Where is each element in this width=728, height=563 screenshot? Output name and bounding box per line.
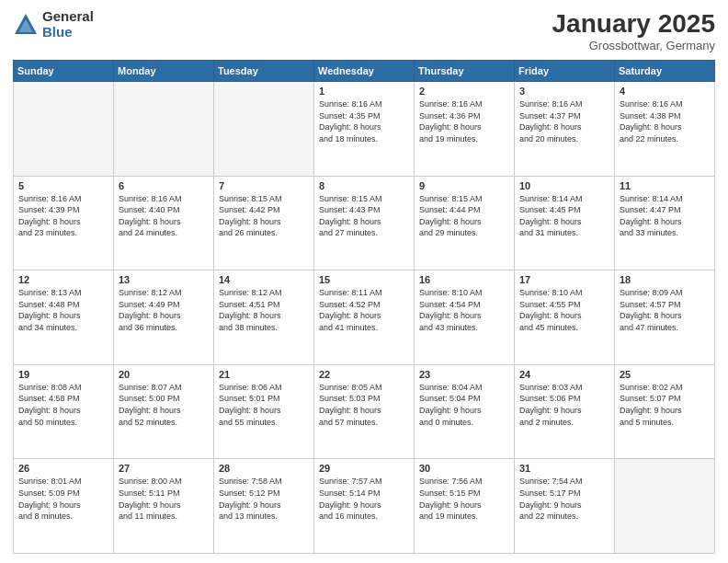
calendar-cell: 1Sunrise: 8:16 AM Sunset: 4:35 PM Daylig… bbox=[314, 82, 415, 177]
cell-info: Sunrise: 8:05 AM Sunset: 5:03 PM Dayligh… bbox=[319, 382, 409, 428]
calendar-cell: 16Sunrise: 8:10 AM Sunset: 4:54 PM Dayli… bbox=[415, 270, 515, 365]
day-number: 19 bbox=[18, 369, 108, 380]
calendar-cell: 29Sunrise: 7:57 AM Sunset: 5:14 PM Dayli… bbox=[314, 459, 415, 554]
weekday-sunday: Sunday bbox=[14, 61, 114, 82]
day-number: 21 bbox=[219, 369, 309, 380]
cell-info: Sunrise: 8:16 AM Sunset: 4:40 PM Dayligh… bbox=[119, 193, 209, 239]
day-number: 4 bbox=[620, 86, 710, 97]
cell-info: Sunrise: 8:11 AM Sunset: 4:52 PM Dayligh… bbox=[319, 287, 409, 333]
calendar-cell: 3Sunrise: 8:16 AM Sunset: 4:37 PM Daylig… bbox=[515, 82, 615, 177]
day-number: 15 bbox=[319, 274, 409, 285]
weekday-header-row: SundayMondayTuesdayWednesdayThursdayFrid… bbox=[14, 61, 715, 82]
cell-info: Sunrise: 8:10 AM Sunset: 4:55 PM Dayligh… bbox=[519, 287, 609, 333]
day-number: 7 bbox=[219, 180, 309, 191]
calendar-cell bbox=[14, 82, 114, 177]
cell-info: Sunrise: 8:04 AM Sunset: 5:04 PM Dayligh… bbox=[419, 382, 509, 428]
calendar-cell: 7Sunrise: 8:15 AM Sunset: 4:42 PM Daylig… bbox=[214, 176, 314, 270]
calendar-cell: 27Sunrise: 8:00 AM Sunset: 5:11 PM Dayli… bbox=[114, 459, 214, 554]
day-number: 26 bbox=[18, 463, 108, 474]
calendar-cell: 5Sunrise: 8:16 AM Sunset: 4:39 PM Daylig… bbox=[14, 176, 114, 270]
calendar-cell: 26Sunrise: 8:01 AM Sunset: 5:09 PM Dayli… bbox=[14, 459, 114, 554]
day-number: 5 bbox=[18, 180, 108, 191]
calendar-cell: 9Sunrise: 8:15 AM Sunset: 4:44 PM Daylig… bbox=[415, 176, 515, 270]
day-number: 2 bbox=[419, 86, 509, 97]
week-row-3: 19Sunrise: 8:08 AM Sunset: 4:58 PM Dayli… bbox=[14, 364, 715, 459]
day-number: 9 bbox=[419, 180, 509, 191]
calendar-cell: 4Sunrise: 8:16 AM Sunset: 4:38 PM Daylig… bbox=[615, 82, 715, 177]
cell-info: Sunrise: 8:15 AM Sunset: 4:42 PM Dayligh… bbox=[219, 193, 309, 239]
cell-info: Sunrise: 8:14 AM Sunset: 4:45 PM Dayligh… bbox=[519, 193, 609, 239]
cell-info: Sunrise: 8:09 AM Sunset: 4:57 PM Dayligh… bbox=[620, 287, 710, 333]
week-row-0: 1Sunrise: 8:16 AM Sunset: 4:35 PM Daylig… bbox=[14, 82, 715, 177]
cell-info: Sunrise: 8:10 AM Sunset: 4:54 PM Dayligh… bbox=[419, 287, 509, 333]
week-row-4: 26Sunrise: 8:01 AM Sunset: 5:09 PM Dayli… bbox=[14, 459, 715, 554]
calendar-cell: 18Sunrise: 8:09 AM Sunset: 4:57 PM Dayli… bbox=[615, 270, 715, 365]
day-number: 20 bbox=[119, 369, 209, 380]
logo-text: General Blue bbox=[42, 9, 94, 40]
day-number: 14 bbox=[219, 274, 309, 285]
day-number: 11 bbox=[620, 180, 710, 191]
cell-info: Sunrise: 7:58 AM Sunset: 5:12 PM Dayligh… bbox=[219, 476, 309, 522]
calendar-cell: 19Sunrise: 8:08 AM Sunset: 4:58 PM Dayli… bbox=[14, 364, 114, 459]
day-number: 25 bbox=[620, 369, 710, 380]
cell-info: Sunrise: 8:01 AM Sunset: 5:09 PM Dayligh… bbox=[18, 476, 108, 522]
calendar-cell: 12Sunrise: 8:13 AM Sunset: 4:48 PM Dayli… bbox=[14, 270, 114, 365]
day-number: 22 bbox=[319, 369, 409, 380]
day-number: 28 bbox=[219, 463, 309, 474]
title-location: Grossbottwar, Germany bbox=[552, 39, 715, 52]
cell-info: Sunrise: 8:02 AM Sunset: 5:07 PM Dayligh… bbox=[620, 382, 710, 428]
title-month: January 2025 bbox=[552, 9, 715, 39]
calendar: SundayMondayTuesdayWednesdayThursdayFrid… bbox=[13, 60, 715, 554]
cell-info: Sunrise: 8:16 AM Sunset: 4:36 PM Dayligh… bbox=[419, 98, 509, 144]
day-number: 16 bbox=[419, 274, 509, 285]
day-number: 18 bbox=[620, 274, 710, 285]
day-number: 3 bbox=[519, 86, 609, 97]
calendar-cell bbox=[615, 459, 715, 554]
logo-icon bbox=[13, 12, 39, 38]
cell-info: Sunrise: 8:12 AM Sunset: 4:49 PM Dayligh… bbox=[119, 287, 209, 333]
cell-info: Sunrise: 8:16 AM Sunset: 4:35 PM Dayligh… bbox=[319, 98, 409, 144]
calendar-cell: 21Sunrise: 8:06 AM Sunset: 5:01 PM Dayli… bbox=[214, 364, 314, 459]
day-number: 10 bbox=[519, 180, 609, 191]
cell-info: Sunrise: 7:57 AM Sunset: 5:14 PM Dayligh… bbox=[319, 476, 409, 522]
day-number: 24 bbox=[519, 369, 609, 380]
cell-info: Sunrise: 8:15 AM Sunset: 4:44 PM Dayligh… bbox=[419, 193, 509, 239]
calendar-cell bbox=[214, 82, 314, 177]
calendar-cell: 20Sunrise: 8:07 AM Sunset: 5:00 PM Dayli… bbox=[114, 364, 214, 459]
calendar-cell: 17Sunrise: 8:10 AM Sunset: 4:55 PM Dayli… bbox=[515, 270, 615, 365]
cell-info: Sunrise: 8:12 AM Sunset: 4:51 PM Dayligh… bbox=[219, 287, 309, 333]
page: General Blue January 2025 Grossbottwar, … bbox=[0, 0, 728, 563]
cell-info: Sunrise: 8:03 AM Sunset: 5:06 PM Dayligh… bbox=[519, 382, 609, 428]
calendar-cell: 25Sunrise: 8:02 AM Sunset: 5:07 PM Dayli… bbox=[615, 364, 715, 459]
calendar-cell: 14Sunrise: 8:12 AM Sunset: 4:51 PM Dayli… bbox=[214, 270, 314, 365]
cell-info: Sunrise: 8:08 AM Sunset: 4:58 PM Dayligh… bbox=[18, 382, 108, 428]
day-number: 13 bbox=[119, 274, 209, 285]
calendar-cell bbox=[114, 82, 214, 177]
calendar-cell: 13Sunrise: 8:12 AM Sunset: 4:49 PM Dayli… bbox=[114, 270, 214, 365]
logo-general: General bbox=[42, 9, 94, 25]
calendar-cell: 6Sunrise: 8:16 AM Sunset: 4:40 PM Daylig… bbox=[114, 176, 214, 270]
calendar-cell: 2Sunrise: 8:16 AM Sunset: 4:36 PM Daylig… bbox=[415, 82, 515, 177]
weekday-saturday: Saturday bbox=[615, 61, 715, 82]
calendar-cell: 22Sunrise: 8:05 AM Sunset: 5:03 PM Dayli… bbox=[314, 364, 415, 459]
cell-info: Sunrise: 8:15 AM Sunset: 4:43 PM Dayligh… bbox=[319, 193, 409, 239]
logo: General Blue bbox=[13, 9, 94, 40]
weekday-thursday: Thursday bbox=[415, 61, 515, 82]
weekday-friday: Friday bbox=[515, 61, 615, 82]
title-block: January 2025 Grossbottwar, Germany bbox=[552, 9, 715, 52]
day-number: 30 bbox=[419, 463, 509, 474]
day-number: 31 bbox=[519, 463, 609, 474]
cell-info: Sunrise: 8:16 AM Sunset: 4:37 PM Dayligh… bbox=[519, 98, 609, 144]
weekday-tuesday: Tuesday bbox=[214, 61, 314, 82]
calendar-cell: 8Sunrise: 8:15 AM Sunset: 4:43 PM Daylig… bbox=[314, 176, 415, 270]
calendar-cell: 30Sunrise: 7:56 AM Sunset: 5:15 PM Dayli… bbox=[415, 459, 515, 554]
cell-info: Sunrise: 7:56 AM Sunset: 5:15 PM Dayligh… bbox=[419, 476, 509, 522]
calendar-cell: 31Sunrise: 7:54 AM Sunset: 5:17 PM Dayli… bbox=[515, 459, 615, 554]
cell-info: Sunrise: 8:13 AM Sunset: 4:48 PM Dayligh… bbox=[18, 287, 108, 333]
week-row-1: 5Sunrise: 8:16 AM Sunset: 4:39 PM Daylig… bbox=[14, 176, 715, 270]
day-number: 23 bbox=[419, 369, 509, 380]
cell-info: Sunrise: 8:00 AM Sunset: 5:11 PM Dayligh… bbox=[119, 476, 209, 522]
cell-info: Sunrise: 8:16 AM Sunset: 4:39 PM Dayligh… bbox=[18, 193, 108, 239]
day-number: 6 bbox=[119, 180, 209, 191]
day-number: 8 bbox=[319, 180, 409, 191]
